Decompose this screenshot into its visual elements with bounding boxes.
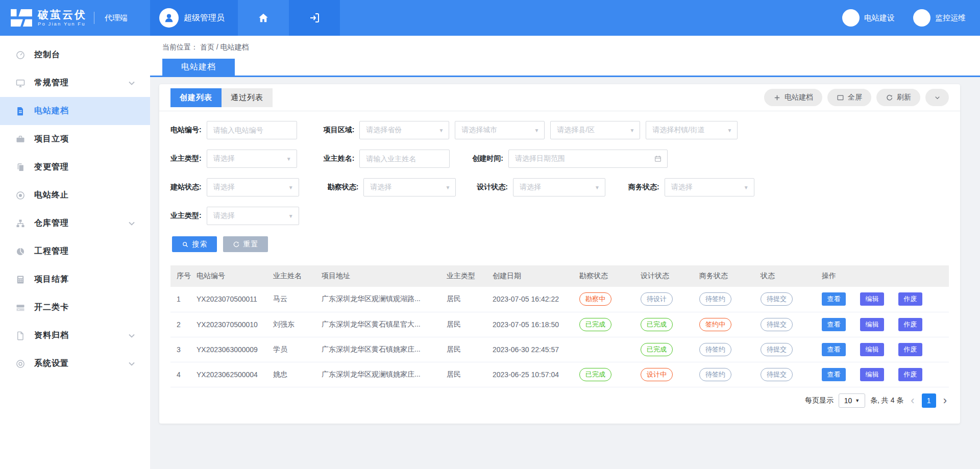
gauge-icon <box>15 246 26 257</box>
owner-name-input[interactable] <box>359 150 450 168</box>
sidebar-item-station-archive[interactable]: 电站建档 <box>0 97 150 125</box>
create-date-cell: 2023-07-05 16:42:22 <box>489 287 576 312</box>
survey-status-cell: 勘察中 <box>576 287 638 312</box>
home-button[interactable] <box>238 0 289 36</box>
sidebar-item-general-mgmt[interactable]: 常规管理 <box>0 69 150 97</box>
search-icon <box>182 241 189 248</box>
region-city-select[interactable]: 请选择城市▼ <box>455 121 545 139</box>
card-header: 创建列表通过列表 电站建档全屏刷新 <box>159 84 960 111</box>
station-build-entry[interactable]: 电站建设 <box>842 9 895 27</box>
view-button[interactable]: 查看 <box>822 318 846 331</box>
region-county-select[interactable]: 请选择县/区▼ <box>550 121 640 139</box>
void-button[interactable]: 作废 <box>898 368 922 381</box>
view-button[interactable]: 查看 <box>822 343 846 356</box>
owner-type-cell: 居民 <box>444 362 489 387</box>
caret-down-icon: ▼ <box>727 128 732 133</box>
brand-title: 破茧云伏 <box>38 9 87 21</box>
sidebar-item-project-settlement[interactable]: 项目结算 <box>0 265 150 293</box>
user-menu[interactable]: 超级管理员 <box>150 0 238 36</box>
build-status-group: 建站状态:请选择▼ <box>170 178 299 196</box>
sidebar-item-engineering-mgmt[interactable]: 工程管理 <box>0 237 150 265</box>
filter-row: 电站编号:项目区域:请选择省份▼请选择城市▼请选择县/区▼请选择村镇/街道▼ <box>170 121 949 139</box>
page-1-button[interactable]: 1 <box>922 393 936 408</box>
status-cell: 待提交 <box>757 312 819 337</box>
calendar-icon <box>654 155 662 163</box>
per-page-select[interactable]: 10 ▼ <box>839 393 865 408</box>
fullscreen-button[interactable]: 全屏 <box>827 89 871 106</box>
sidebar-item-warehouse-mgmt[interactable]: 仓库管理 <box>0 209 150 237</box>
owner-name-cell: 刘强东 <box>270 312 318 337</box>
monitor-icon <box>15 78 26 88</box>
station-code-input[interactable] <box>207 121 297 139</box>
brand-logo-icon <box>10 8 33 28</box>
edit-button[interactable]: 编辑 <box>860 343 884 356</box>
void-button[interactable]: 作废 <box>898 343 922 356</box>
void-button[interactable]: 作废 <box>898 318 922 331</box>
business-status-group: 商务状态:请选择▼ <box>628 178 754 196</box>
business-status-select[interactable]: 请选择▼ <box>665 178 754 196</box>
owner-type-2-select[interactable]: 请选择▼ <box>207 207 299 225</box>
view-button[interactable]: 查看 <box>822 292 846 306</box>
region-city-placeholder: 请选择城市 <box>461 126 531 135</box>
caret-down-icon: ▼ <box>288 185 293 190</box>
view-button[interactable]: 查看 <box>822 368 846 381</box>
next-page-button[interactable]: › <box>941 395 949 406</box>
top-header: 破茧云伏 Po Jian Yun Fu 代理端 超级管理员 <box>0 0 980 36</box>
tab-passed-list[interactable]: 通过列表 <box>222 88 273 107</box>
pagination: 每页显示 10 ▼ 条, 共 4 条 ‹ 1 › <box>170 393 949 408</box>
build-status-select[interactable]: 请选择▼ <box>207 178 299 196</box>
edit-button[interactable]: 编辑 <box>860 318 884 331</box>
business-status-placeholder: 请选择 <box>671 183 741 192</box>
edit-button[interactable]: 编辑 <box>860 292 884 306</box>
region-town-select[interactable]: 请选择村镇/街道▼ <box>646 121 738 139</box>
sidebar-item-data-archive[interactable]: 资料归档 <box>0 322 150 350</box>
sidebar-item-second-class-card[interactable]: 开二类卡 <box>0 293 150 322</box>
status-badge: 待签约 <box>699 368 731 381</box>
sidebar-item-label: 仓库管理 <box>34 218 69 229</box>
sidebar: 控制台常规管理电站建档项目立项变更管理电站终止仓库管理工程管理项目结算开二类卡资… <box>0 36 150 469</box>
sidebar-item-label: 变更管理 <box>34 162 69 172</box>
sidebar-item-system-settings[interactable]: 系统设置 <box>0 350 150 378</box>
owner-type-select[interactable]: 请选择▼ <box>207 150 297 168</box>
caret-down-icon: ▼ <box>445 185 450 190</box>
actions-cell: 查看编辑作废 <box>819 312 949 337</box>
design-status-select[interactable]: 请选择▼ <box>513 178 605 196</box>
status-badge: 待签约 <box>699 343 731 356</box>
sidebar-item-change-mgmt[interactable]: 变更管理 <box>0 153 150 181</box>
refresh-button[interactable]: 刷新 <box>876 89 920 106</box>
region-city-group: 请选择城市▼ <box>455 121 545 139</box>
design-status-group: 设计状态:请选择▼ <box>477 178 605 196</box>
document-icon <box>15 106 26 116</box>
monitoring-ops-entry-label: 监控运维 <box>935 13 966 23</box>
collapse-button[interactable] <box>925 89 949 106</box>
sidebar-item-console[interactable]: 控制台 <box>0 41 150 69</box>
status-badge: 已完成 <box>579 318 611 331</box>
tab-create-list[interactable]: 创建列表 <box>170 88 222 107</box>
status-badge: 已完成 <box>641 318 673 331</box>
logout-button[interactable] <box>289 0 340 36</box>
build-status-label: 建站状态: <box>170 183 202 192</box>
search-button[interactable]: 搜索 <box>172 236 217 252</box>
filter-buttons: 搜索 重置 <box>159 235 960 252</box>
status-badge: 设计中 <box>641 368 673 381</box>
caret-down-icon: ▼ <box>629 128 634 133</box>
design-status-cell: 设计中 <box>638 362 696 387</box>
void-button[interactable]: 作废 <box>898 292 922 306</box>
sidebar-item-project-initiation[interactable]: 项目立项 <box>0 125 150 153</box>
sidebar-item-station-termination[interactable]: 电站终止 <box>0 181 150 209</box>
prev-page-button[interactable]: ‹ <box>909 395 916 406</box>
copy-icon <box>15 162 26 172</box>
create-time-input[interactable]: 请选择日期范围 <box>508 150 668 168</box>
monitoring-ops-entry[interactable]: 监控运维 <box>913 9 966 27</box>
breadcrumb-path: 首页 / 电站建档 <box>200 43 249 51</box>
index-cell: 3 <box>170 337 193 362</box>
region-province-select[interactable]: 请选择省份▼ <box>359 121 449 139</box>
page-tab-station-archive[interactable]: 电站建档 <box>162 59 235 76</box>
reset-button[interactable]: 重置 <box>223 236 268 252</box>
per-page-value: 10 <box>844 397 852 405</box>
survey-status-select[interactable]: 请选择▼ <box>363 178 456 196</box>
add-station-button[interactable]: 电站建档 <box>764 89 822 106</box>
settings-icon <box>15 359 26 369</box>
edit-button[interactable]: 编辑 <box>860 368 884 381</box>
station-code-cell: YX2023063000009 <box>193 337 270 362</box>
